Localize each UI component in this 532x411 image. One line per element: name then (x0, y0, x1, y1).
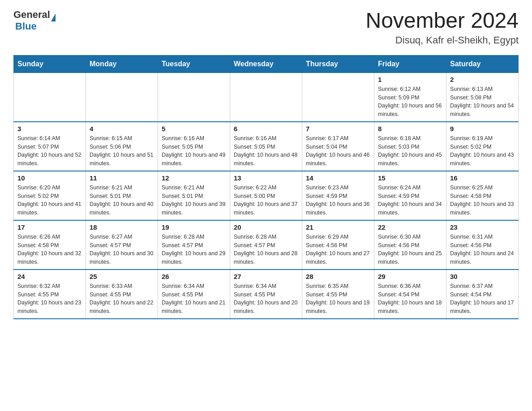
day-header-sunday: Sunday (14, 55, 86, 73)
day-info: Sunrise: 6:22 AMSunset: 5:00 PMDaylight:… (234, 184, 298, 217)
day-info: Sunrise: 6:18 AMSunset: 5:03 PMDaylight:… (378, 134, 442, 168)
day-info: Sunrise: 6:36 AMSunset: 4:54 PMDaylight:… (378, 282, 442, 316)
day-number: 17 (17, 223, 82, 231)
day-info: Sunrise: 6:21 AMSunset: 5:01 PMDaylight:… (90, 184, 154, 217)
calendar-cell: 4Sunrise: 6:15 AMSunset: 5:06 PMDaylight… (86, 122, 158, 171)
calendar-cell: 17Sunrise: 6:26 AMSunset: 4:58 PMDayligh… (14, 220, 86, 270)
day-number: 7 (306, 125, 370, 133)
calendar-cell: 30Sunrise: 6:37 AMSunset: 4:54 PMDayligh… (446, 270, 519, 319)
calendar-cell: 8Sunrise: 6:18 AMSunset: 5:03 PMDaylight… (374, 122, 446, 171)
day-info: Sunrise: 6:14 AMSunset: 5:07 PMDaylight:… (17, 134, 82, 168)
calendar-cell: 23Sunrise: 6:31 AMSunset: 4:56 PMDayligh… (446, 220, 519, 270)
day-number: 11 (90, 174, 154, 182)
day-number: 13 (234, 174, 298, 182)
day-info: Sunrise: 6:13 AMSunset: 5:08 PMDaylight:… (450, 85, 515, 119)
calendar-cell: 20Sunrise: 6:28 AMSunset: 4:57 PMDayligh… (230, 220, 302, 270)
calendar-cell: 26Sunrise: 6:34 AMSunset: 4:55 PMDayligh… (158, 270, 230, 319)
day-number: 28 (306, 273, 370, 280)
day-info: Sunrise: 6:32 AMSunset: 4:55 PMDaylight:… (17, 282, 82, 316)
calendar-cell: 2Sunrise: 6:13 AMSunset: 5:08 PMDaylight… (446, 73, 519, 122)
day-number: 4 (90, 125, 154, 133)
day-number: 12 (162, 174, 226, 182)
logo-triangle-icon (51, 13, 56, 21)
day-info: Sunrise: 6:26 AMSunset: 4:58 PMDaylight:… (17, 233, 82, 266)
calendar-cell (230, 73, 302, 122)
day-number: 20 (234, 223, 298, 231)
day-info: Sunrise: 6:28 AMSunset: 4:57 PMDaylight:… (234, 233, 298, 266)
calendar-cell: 14Sunrise: 6:23 AMSunset: 4:59 PMDayligh… (302, 171, 374, 220)
day-number: 5 (162, 125, 226, 133)
day-number: 19 (162, 223, 226, 231)
day-number: 8 (378, 125, 442, 133)
day-number: 26 (162, 273, 226, 280)
calendar-subtitle: Disuq, Kafr el-Sheikh, Egypt (365, 34, 519, 46)
calendar-header-row: SundayMondayTuesdayWednesdayThursdayFrid… (14, 55, 519, 73)
calendar-cell: 13Sunrise: 6:22 AMSunset: 5:00 PMDayligh… (230, 171, 302, 220)
calendar-week-4: 17Sunrise: 6:26 AMSunset: 4:58 PMDayligh… (14, 220, 519, 270)
day-number: 22 (378, 223, 442, 231)
calendar-week-5: 24Sunrise: 6:32 AMSunset: 4:55 PMDayligh… (14, 270, 519, 319)
day-number: 6 (234, 125, 298, 133)
day-header-saturday: Saturday (446, 55, 519, 73)
day-number: 15 (378, 174, 442, 182)
day-number: 3 (17, 125, 82, 133)
calendar-cell: 24Sunrise: 6:32 AMSunset: 4:55 PMDayligh… (14, 270, 86, 319)
day-info: Sunrise: 6:21 AMSunset: 5:01 PMDaylight:… (162, 184, 226, 217)
calendar-cell: 15Sunrise: 6:24 AMSunset: 4:59 PMDayligh… (374, 171, 446, 220)
page-header: General Blue November 2024 Disuq, Kafr e… (13, 9, 519, 46)
day-info: Sunrise: 6:19 AMSunset: 5:02 PMDaylight:… (450, 134, 515, 168)
calendar-cell: 27Sunrise: 6:34 AMSunset: 4:55 PMDayligh… (230, 270, 302, 319)
calendar-cell: 9Sunrise: 6:19 AMSunset: 5:02 PMDaylight… (446, 122, 519, 171)
calendar-cell: 6Sunrise: 6:16 AMSunset: 5:05 PMDaylight… (230, 122, 302, 171)
calendar-cell (158, 73, 230, 122)
calendar-cell: 1Sunrise: 6:12 AMSunset: 5:09 PMDaylight… (374, 73, 446, 122)
day-info: Sunrise: 6:30 AMSunset: 4:56 PMDaylight:… (378, 233, 442, 266)
calendar-table: SundayMondayTuesdayWednesdayThursdayFrid… (13, 55, 519, 319)
day-number: 9 (450, 125, 515, 133)
day-number: 18 (90, 223, 154, 231)
calendar-cell: 22Sunrise: 6:30 AMSunset: 4:56 PMDayligh… (374, 220, 446, 270)
day-info: Sunrise: 6:28 AMSunset: 4:57 PMDaylight:… (162, 233, 226, 266)
logo-general-text: General (13, 9, 50, 21)
day-info: Sunrise: 6:29 AMSunset: 4:56 PMDaylight:… (306, 233, 370, 266)
day-info: Sunrise: 6:16 AMSunset: 5:05 PMDaylight:… (234, 134, 298, 168)
day-info: Sunrise: 6:15 AMSunset: 5:06 PMDaylight:… (90, 134, 154, 168)
calendar-week-2: 3Sunrise: 6:14 AMSunset: 5:07 PMDaylight… (14, 122, 519, 171)
title-block: November 2024 Disuq, Kafr el-Sheikh, Egy… (365, 9, 519, 46)
calendar-cell (302, 73, 374, 122)
calendar-cell: 16Sunrise: 6:25 AMSunset: 4:58 PMDayligh… (446, 171, 519, 220)
day-number: 29 (378, 273, 442, 280)
day-info: Sunrise: 6:23 AMSunset: 4:59 PMDaylight:… (306, 184, 370, 217)
day-header-tuesday: Tuesday (158, 55, 230, 73)
calendar-cell: 10Sunrise: 6:20 AMSunset: 5:02 PMDayligh… (14, 171, 86, 220)
calendar-title: November 2024 (365, 9, 519, 33)
day-info: Sunrise: 6:31 AMSunset: 4:56 PMDaylight:… (450, 233, 515, 266)
calendar-cell: 28Sunrise: 6:35 AMSunset: 4:55 PMDayligh… (302, 270, 374, 319)
calendar-cell: 3Sunrise: 6:14 AMSunset: 5:07 PMDaylight… (14, 122, 86, 171)
day-header-friday: Friday (374, 55, 446, 73)
day-number: 30 (450, 273, 515, 280)
calendar-cell (14, 73, 86, 122)
calendar-cell: 12Sunrise: 6:21 AMSunset: 5:01 PMDayligh… (158, 171, 230, 220)
day-info: Sunrise: 6:37 AMSunset: 4:54 PMDaylight:… (450, 282, 515, 316)
day-info: Sunrise: 6:20 AMSunset: 5:02 PMDaylight:… (17, 184, 82, 217)
day-number: 14 (306, 174, 370, 182)
day-header-monday: Monday (86, 55, 158, 73)
day-number: 10 (17, 174, 82, 182)
day-info: Sunrise: 6:33 AMSunset: 4:55 PMDaylight:… (90, 282, 154, 316)
day-info: Sunrise: 6:34 AMSunset: 4:55 PMDaylight:… (234, 282, 298, 316)
day-number: 2 (450, 76, 515, 83)
day-number: 23 (450, 223, 515, 231)
logo: General Blue (13, 9, 56, 32)
day-info: Sunrise: 6:25 AMSunset: 4:58 PMDaylight:… (450, 184, 515, 217)
calendar-cell: 18Sunrise: 6:27 AMSunset: 4:57 PMDayligh… (86, 220, 158, 270)
day-info: Sunrise: 6:35 AMSunset: 4:55 PMDaylight:… (306, 282, 370, 316)
day-info: Sunrise: 6:16 AMSunset: 5:05 PMDaylight:… (162, 134, 226, 168)
day-info: Sunrise: 6:17 AMSunset: 5:04 PMDaylight:… (306, 134, 370, 168)
day-number: 27 (234, 273, 298, 280)
calendar-week-3: 10Sunrise: 6:20 AMSunset: 5:02 PMDayligh… (14, 171, 519, 220)
calendar-cell: 11Sunrise: 6:21 AMSunset: 5:01 PMDayligh… (86, 171, 158, 220)
day-header-wednesday: Wednesday (230, 55, 302, 73)
day-number: 25 (90, 273, 154, 280)
day-header-thursday: Thursday (302, 55, 374, 73)
